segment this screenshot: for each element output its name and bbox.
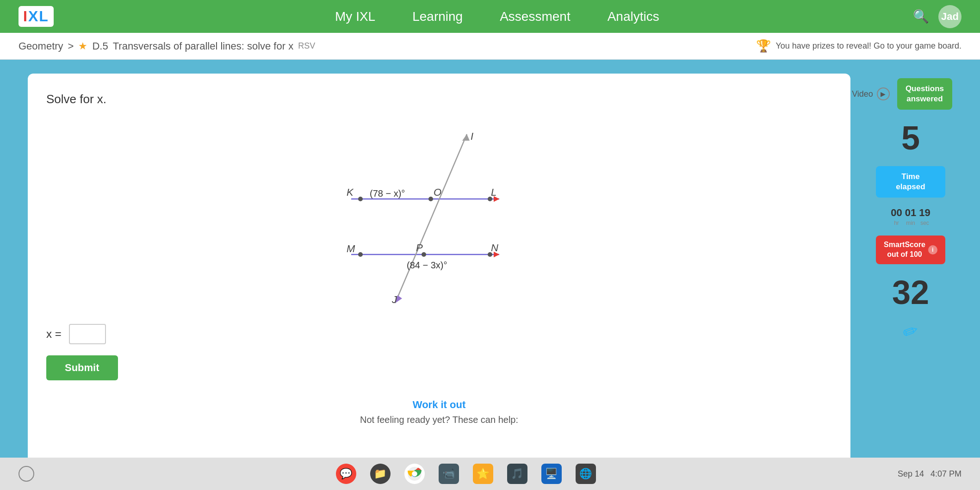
nav-links: My IXL Learning Assessment Analytics	[81, 9, 913, 24]
svg-text:M: M	[347, 243, 355, 254]
time-elapsed-button[interactable]: Time elapsed	[876, 166, 945, 198]
video-label: Video	[852, 89, 873, 99]
svg-text:K: K	[347, 186, 354, 198]
taskbar: 💬 📁 📹 ⭐ 🎵 🖥️ 🌐	[0, 458, 980, 490]
svg-text:J: J	[391, 294, 397, 305]
trophy-icon: 🏆	[756, 39, 771, 53]
nav-analytics[interactable]: Analytics	[608, 9, 659, 24]
taskbar-time: 4:07 PM	[930, 469, 961, 479]
search-icon[interactable]: 🔍	[913, 9, 929, 24]
video-button[interactable]: Video ▶	[852, 87, 890, 100]
breadcrumb: Geometry > ★ D.5 Transversals of paralle…	[0, 33, 980, 60]
work-it-out-section: Work it out Not feeling ready yet? These…	[46, 399, 832, 425]
taskbar-app-5[interactable]: 🎵	[507, 464, 527, 484]
geometry-diagram: I K O L M P N J (78 − x)° (84 − 3x)°	[323, 120, 555, 315]
info-icon: i	[928, 245, 937, 254]
questions-answered-label: Questions answered	[906, 84, 944, 103]
smartscore-label: SmartScore out of 100	[884, 240, 925, 260]
time-unit-hours: 00 hr	[891, 207, 902, 226]
svg-point-9	[428, 197, 433, 201]
nav-right: 🔍 Jad	[913, 5, 961, 28]
taskbar-app-4[interactable]: ⭐	[473, 464, 493, 484]
breadcrumb-subject[interactable]: Geometry	[19, 40, 63, 52]
questions-answered-button[interactable]: Questions answered	[897, 78, 952, 110]
taskbar-icons: 💬 📁 📹 ⭐ 🎵 🖥️ 🌐	[336, 464, 596, 484]
taskbar-app-6[interactable]: 🖥️	[541, 464, 562, 484]
logo[interactable]: IXL	[19, 6, 54, 27]
svg-text:P: P	[416, 242, 423, 254]
taskbar-app-7[interactable]: 🌐	[576, 464, 596, 484]
work-it-out-title: Work it out	[46, 399, 832, 411]
nav-myixl[interactable]: My IXL	[335, 9, 375, 24]
time-unit-minutes: 01 min	[905, 207, 916, 226]
breadcrumb-lesson-name: Transversals of parallel lines: solve fo…	[113, 40, 293, 52]
problem-card: Solve for x.	[28, 74, 850, 476]
svg-text:N: N	[491, 242, 498, 254]
svg-point-13	[358, 252, 363, 257]
nav-assessment[interactable]: Assessment	[500, 9, 571, 24]
time-unit-seconds: 19 sec	[919, 207, 930, 226]
svg-text:(84 − 3x)°: (84 − 3x)°	[407, 260, 447, 270]
svg-text:L: L	[491, 186, 496, 198]
breadcrumb-lesson-code: D.5	[92, 40, 108, 52]
svg-text:(78 − x)°: (78 − x)°	[370, 188, 405, 198]
time-elapsed-label: Time elapsed	[896, 172, 925, 191]
breadcrumb-separator: >	[68, 40, 74, 52]
right-sidebar: Video ▶ Questions answered 5 Time elapse…	[869, 74, 952, 476]
video-play-icon: ▶	[877, 87, 890, 100]
prize-text[interactable]: You have prizes to reveal! Go to your ga…	[775, 41, 961, 51]
top-navigation: IXL My IXL Learning Assessment Analytics…	[0, 0, 980, 33]
taskbar-app-1[interactable]: 💬	[336, 464, 356, 484]
svg-point-11	[358, 197, 363, 201]
taskbar-app-2[interactable]: 📁	[370, 464, 391, 484]
questions-count: 5	[901, 119, 920, 157]
taskbar-chrome-icon[interactable]	[404, 464, 425, 484]
answer-input[interactable]	[69, 324, 106, 344]
breadcrumb-tag: RSV	[298, 41, 315, 51]
taskbar-start-button[interactable]	[19, 466, 34, 482]
work-it-out-subtitle: Not feeling ready yet? These can help:	[46, 415, 832, 425]
taskbar-right: Sep 14 4:07 PM	[898, 469, 961, 479]
answer-prefix: x =	[46, 328, 62, 341]
taskbar-date: Sep 14	[898, 469, 924, 479]
submit-button[interactable]: Submit	[46, 355, 118, 380]
problem-instruction: Solve for x.	[46, 92, 832, 106]
svg-text:I: I	[471, 130, 473, 142]
smartscore-value: 32	[892, 273, 929, 311]
smartscore-button[interactable]: SmartScore out of 100 i	[876, 236, 945, 264]
svg-point-27	[412, 471, 417, 477]
svg-line-6	[395, 134, 467, 303]
answer-row: x =	[46, 324, 832, 344]
svg-text:O: O	[434, 186, 441, 198]
taskbar-left	[19, 466, 34, 482]
main-content: Solve for x.	[0, 60, 980, 490]
nav-learning[interactable]: Learning	[412, 9, 463, 24]
favorite-star-icon[interactable]: ★	[78, 40, 87, 52]
taskbar-app-3[interactable]: 📹	[439, 464, 459, 484]
pencil-icon[interactable]: ✏	[899, 319, 922, 344]
time-display: 00 hr 01 min 19 sec	[891, 207, 930, 226]
avatar[interactable]: Jad	[938, 5, 961, 28]
